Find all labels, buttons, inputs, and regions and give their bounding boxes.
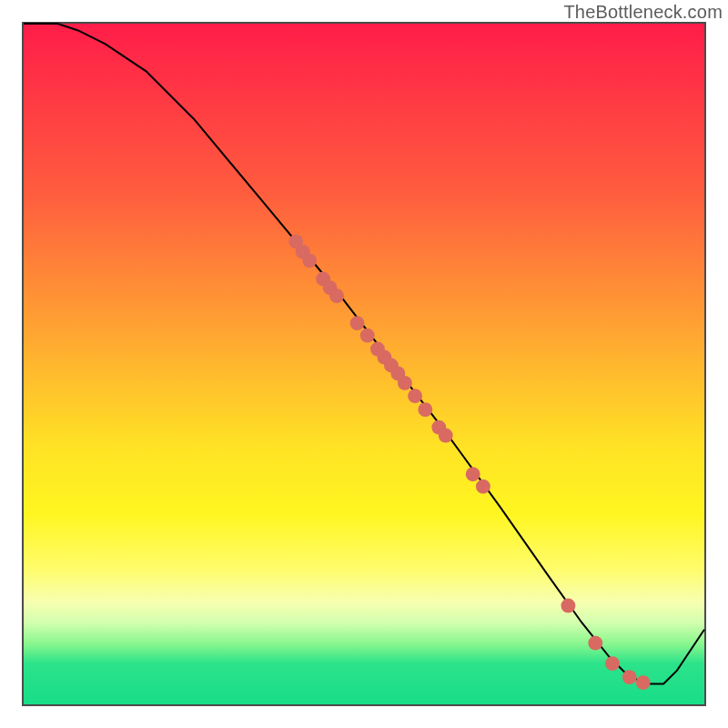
marker-cluster [288,234,650,690]
data-marker [636,675,651,690]
chart-container: TheBottleneck.com [0,0,728,728]
data-marker [439,429,453,443]
data-marker [476,480,490,494]
chart-svg [24,24,704,704]
data-marker [588,636,602,651]
data-marker [350,316,365,330]
curve-line [24,24,704,684]
data-marker [408,389,422,403]
data-marker [605,656,620,671]
data-marker [466,467,480,481]
data-marker [302,253,317,268]
data-marker [622,670,637,684]
data-marker [360,329,375,343]
plot-area [22,22,706,706]
data-marker [398,376,412,390]
watermark-text: TheBottleneck.com [563,2,723,23]
data-marker [329,288,344,303]
data-marker [418,402,432,417]
data-marker [561,599,575,613]
